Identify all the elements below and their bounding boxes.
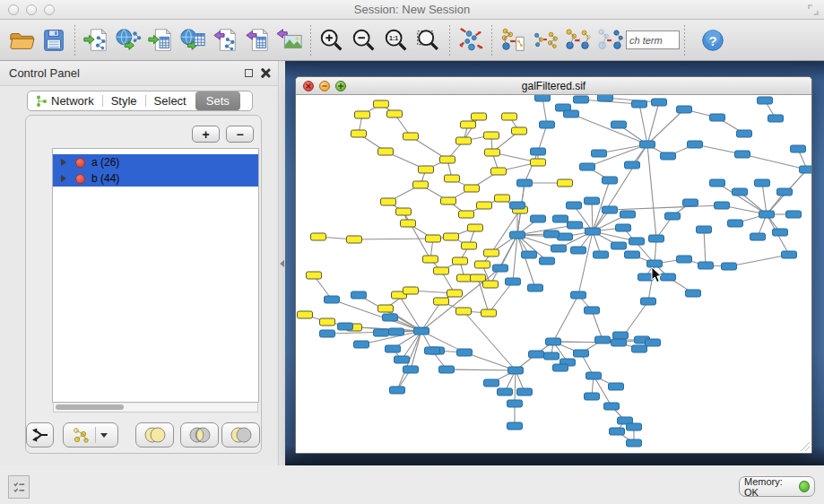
graph-node-blue: [613, 332, 629, 339]
graph-node-yellow: [462, 242, 477, 249]
tab-style[interactable]: Style: [103, 91, 145, 111]
graph-node-yellow: [419, 166, 434, 173]
graph-node-yellow: [378, 305, 394, 312]
task-history-icon[interactable]: [8, 475, 30, 499]
intersect-sets-button[interactable]: [180, 422, 219, 448]
network-canvas[interactable]: [296, 95, 811, 453]
apply-preferred-layout-icon[interactable]: [455, 23, 487, 57]
toolbar-separator: [449, 25, 450, 56]
import-network-url-icon[interactable]: [112, 23, 144, 57]
control-panel-header: Control Panel: [0, 61, 278, 86]
graph-node-blue: [638, 274, 654, 281]
set-label: a (26): [91, 156, 119, 169]
toolbar-separator: [310, 25, 311, 56]
network-from-selection-file-icon[interactable]: [497, 23, 529, 57]
graph-node-blue: [585, 197, 600, 204]
collapse-panel-icon[interactable]: [280, 260, 284, 267]
import-table-file-icon[interactable]: [144, 23, 177, 57]
graph-node-yellow: [434, 298, 449, 305]
graph-node-blue: [697, 226, 712, 233]
tab-sets[interactable]: Sets: [195, 91, 240, 110]
network-window-title: galFiltered.sif: [296, 80, 811, 92]
first-neighbors-icon[interactable]: [529, 23, 561, 57]
union-sets-button[interactable]: [135, 422, 174, 448]
network-desktop: galFiltered.sif: [285, 61, 824, 465]
graph-node-blue: [698, 262, 714, 269]
graph-node-blue: [425, 347, 440, 354]
disclosure-triangle-icon[interactable]: [61, 175, 66, 182]
horizontal-scrollbar[interactable]: [53, 404, 258, 413]
graph-node-yellow: [459, 211, 474, 218]
graph-node-blue: [389, 328, 404, 335]
graph-node-blue: [598, 95, 613, 101]
graph-node-yellow: [484, 249, 499, 256]
graph-node-blue: [390, 387, 405, 394]
graph-node-blue: [632, 345, 647, 352]
graph-node-blue: [586, 372, 602, 379]
fullscreen-icon[interactable]: [808, 4, 819, 15]
graph-node-blue: [786, 211, 802, 218]
open-session-icon[interactable]: [5, 23, 38, 57]
zoom-fit-label: 1:1: [389, 35, 398, 41]
graph-node-yellow: [531, 159, 546, 166]
search-input[interactable]: [626, 30, 680, 49]
export-table-icon[interactable]: [241, 23, 273, 57]
network-from-selection-all-edges-icon[interactable]: [594, 23, 626, 57]
chevron-down-icon[interactable]: [100, 433, 108, 438]
graph-node-blue: [611, 339, 627, 346]
disclosure-triangle-icon[interactable]: [61, 159, 66, 166]
difference-sets-button[interactable]: [221, 422, 260, 448]
graph-node-blue: [558, 233, 573, 240]
import-network-file-icon[interactable]: [80, 23, 112, 57]
import-table-url-icon[interactable]: [177, 23, 209, 57]
add-set-button[interactable]: +: [192, 126, 220, 143]
list-item-set-a[interactable]: a (26): [53, 154, 258, 170]
scrollbar-thumb[interactable]: [56, 404, 124, 410]
memory-status-button[interactable]: Memory: OK: [739, 476, 815, 497]
split-sets-button[interactable]: [26, 422, 54, 448]
close-panel-icon[interactable]: [260, 67, 271, 78]
graph-node-blue: [728, 220, 743, 227]
export-network-icon[interactable]: [209, 23, 241, 57]
zoom-out-icon[interactable]: [348, 23, 380, 57]
control-panel-title: Control Panel: [9, 66, 80, 80]
zoom-in-icon[interactable]: [316, 23, 348, 57]
graph-node-blue: [571, 291, 586, 299]
zoom-selected-region-icon[interactable]: [412, 23, 445, 57]
graph-node-yellow: [495, 195, 510, 202]
network-from-selected-nodes-icon[interactable]: [561, 23, 594, 57]
graph-node-blue: [604, 403, 620, 410]
graph-node-blue: [594, 251, 609, 258]
network-window-titlebar[interactable]: galFiltered.sif: [296, 77, 811, 95]
memory-ok-icon: [799, 481, 810, 492]
save-session-icon[interactable]: [38, 23, 70, 57]
graph-node-yellow: [447, 290, 463, 297]
zoom-fit-icon[interactable]: 1:1: [380, 23, 412, 57]
graph-node-blue: [354, 341, 369, 348]
sets-panel: + − a (26) b (44): [25, 115, 262, 454]
graph-node-blue: [649, 235, 664, 242]
resize-grip-icon[interactable]: [799, 440, 811, 452]
network-tab-icon: [36, 95, 48, 108]
graph-node-yellow: [347, 236, 362, 243]
graph-node-blue: [544, 352, 559, 360]
network-view-window[interactable]: galFiltered.sif: [295, 76, 812, 454]
graph-node-blue: [510, 202, 525, 209]
graph-node-blue: [758, 97, 773, 104]
panel-splitter[interactable]: [278, 61, 285, 465]
graph-node-blue: [506, 278, 521, 285]
float-panel-icon[interactable]: [245, 69, 253, 77]
create-set-combo-button[interactable]: [63, 422, 118, 448]
export-image-icon[interactable]: [273, 23, 306, 57]
tab-select[interactable]: Select: [146, 91, 195, 111]
graph-node-yellow: [481, 309, 497, 317]
graph-node-blue: [715, 202, 730, 209]
graph-node-yellow: [403, 287, 419, 294]
remove-set-button[interactable]: −: [226, 126, 254, 143]
tab-network[interactable]: Network: [28, 91, 102, 111]
help-icon[interactable]: ?: [697, 23, 729, 57]
graph-node-yellow: [444, 233, 459, 240]
graph-node-blue: [710, 114, 725, 121]
list-item-set-b[interactable]: b (44): [53, 170, 258, 187]
graph-node-blue: [574, 350, 589, 357]
